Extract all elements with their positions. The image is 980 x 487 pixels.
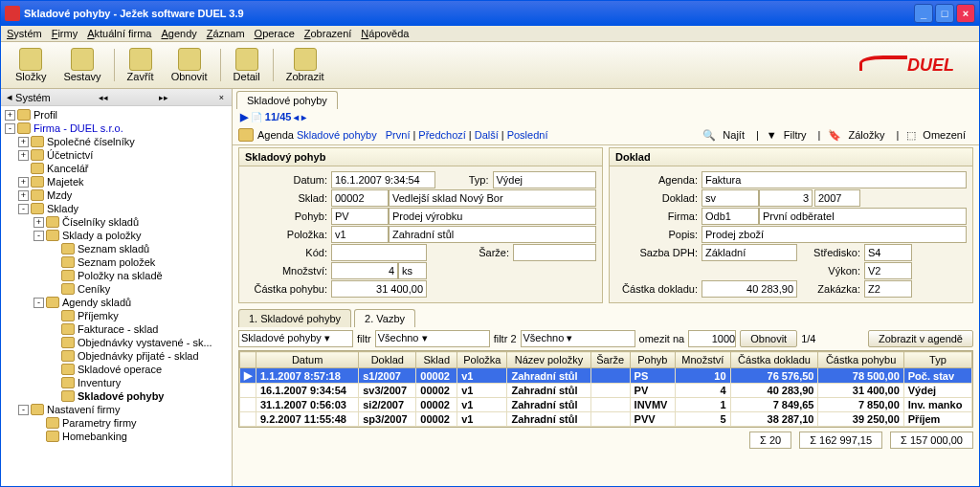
col-header[interactable]: Částka pohybu bbox=[818, 352, 903, 368]
firma-name[interactable]: První odběratel bbox=[759, 208, 967, 225]
subtab-1[interactable]: 1. Skladové pohyby bbox=[238, 309, 351, 327]
limit-button[interactable]: ⬚ Omezení bbox=[902, 129, 973, 142]
mnozstvi-field[interactable]: 4 bbox=[331, 262, 398, 279]
nav-last[interactable]: Poslední bbox=[507, 129, 548, 141]
tree-item[interactable]: Objednávky vystavené - sk... bbox=[3, 336, 230, 349]
col-header[interactable]: Položka bbox=[457, 352, 507, 368]
table-row[interactable]: 9.2.2007 11:55:48sp3/200700002v1Zahradní… bbox=[240, 412, 972, 427]
tree-item[interactable]: +Profil bbox=[3, 108, 230, 122]
menu-firmy[interactable]: Firmy bbox=[52, 28, 78, 39]
tree-item[interactable]: Příjemky bbox=[3, 309, 230, 322]
tree-item[interactable]: -Sklady a položky bbox=[3, 229, 230, 242]
tbtn-detail[interactable]: Detail bbox=[225, 45, 269, 85]
tree-item[interactable]: Inventury bbox=[3, 376, 230, 389]
dd-filter1[interactable]: Všechno ▾ bbox=[375, 330, 490, 347]
filters-button[interactable]: ▼ Filtry bbox=[763, 129, 814, 142]
table-row[interactable]: ▶1.1.2007 8:57:18s1/200700002v1Zahradní … bbox=[240, 368, 972, 384]
col-header[interactable]: Typ bbox=[903, 352, 971, 368]
tree-item[interactable]: +Společné číselníky bbox=[3, 135, 230, 148]
menu-zobrazení[interactable]: Zobrazení bbox=[304, 28, 352, 39]
tbtn-složky[interactable]: Složky bbox=[7, 45, 55, 85]
zakazka-field[interactable]: Z2 bbox=[864, 280, 912, 298]
agenda-field[interactable]: Faktura bbox=[702, 171, 967, 188]
bookmarks-button[interactable]: 🔖 Záložky bbox=[824, 129, 892, 142]
tbtn-sestavy[interactable]: Sestavy bbox=[55, 45, 109, 85]
subtab-2[interactable]: 2. Vazby bbox=[354, 309, 415, 327]
tbtn-obnovit[interactable]: Obnovit bbox=[163, 45, 216, 85]
sklad-code[interactable]: 00002 bbox=[331, 189, 389, 207]
col-header[interactable]: Doklad bbox=[359, 352, 416, 368]
col-header[interactable]: Datum bbox=[256, 352, 359, 368]
tbtn-zavřít[interactable]: Zavřít bbox=[119, 45, 163, 85]
tree-item[interactable]: +Majetek bbox=[3, 175, 230, 188]
castka-dokladu-field[interactable]: 40 283,90 bbox=[702, 280, 797, 298]
table-row[interactable]: 16.1.2007 9:34:54sv3/200700002v1Zahradní… bbox=[240, 384, 972, 398]
col-header[interactable]: Množství bbox=[676, 352, 730, 368]
polozka-code[interactable]: v1 bbox=[331, 226, 389, 243]
sazba-field[interactable]: Základní bbox=[702, 244, 797, 261]
tree-item[interactable]: -Nastavení firmy bbox=[3, 403, 230, 416]
dd-filter2[interactable]: Všechno ▾ bbox=[521, 330, 635, 347]
tree-item[interactable]: -Agendy skladů bbox=[3, 296, 230, 309]
dd-agenda[interactable]: Skladové pohyby ▾ bbox=[238, 330, 353, 347]
stredisko-field[interactable]: S4 bbox=[864, 244, 912, 261]
menu-nápověda[interactable]: Nápověda bbox=[361, 28, 409, 39]
tree-item[interactable]: Objednávky přijaté - sklad bbox=[3, 349, 230, 363]
tree-item[interactable]: -Sklady bbox=[3, 202, 230, 215]
close-panel[interactable]: × bbox=[217, 93, 226, 102]
limit-input[interactable] bbox=[688, 330, 736, 347]
firma-code[interactable]: Odb1 bbox=[702, 208, 759, 225]
tbtn-zobrazit[interactable]: Zobrazit bbox=[278, 45, 333, 85]
popis-field[interactable]: Prodej zboží bbox=[702, 226, 967, 243]
typ-field[interactable]: Výdej bbox=[493, 171, 597, 188]
tree-item[interactable]: Parametry firmy bbox=[3, 416, 230, 430]
col-header[interactable]: Pohyb bbox=[630, 352, 676, 368]
col-header[interactable]: Název položky bbox=[507, 352, 590, 368]
table-row[interactable]: 31.1.2007 0:56:03si2/200700002v1Zahradní… bbox=[240, 398, 972, 412]
tree-item[interactable]: Homebanking bbox=[3, 430, 230, 443]
menu-agendy[interactable]: Agendy bbox=[161, 28, 196, 39]
col-header[interactable]: Sklad bbox=[416, 352, 457, 368]
find-button[interactable]: 🔍 Najít bbox=[699, 129, 752, 142]
min-button[interactable]: _ bbox=[914, 4, 933, 23]
nav-prev[interactable]: Předchozí bbox=[418, 129, 466, 141]
tab-skladove-pohyby[interactable]: Skladové pohyby bbox=[236, 91, 338, 109]
tree-item[interactable]: Seznam skladů bbox=[3, 242, 230, 255]
nav-first[interactable]: První bbox=[386, 129, 411, 141]
col-header[interactable]: Částka dokladu bbox=[730, 352, 818, 368]
nav-next[interactable]: Další bbox=[475, 129, 499, 141]
doklad-num[interactable]: 3 bbox=[759, 189, 813, 207]
show-in-agenda-button[interactable]: Zobrazit v agendě bbox=[868, 330, 973, 347]
vykon-field[interactable]: V2 bbox=[864, 262, 912, 279]
tree-item[interactable]: Ceníky bbox=[3, 282, 230, 296]
menu-systém[interactable]: Systém bbox=[7, 28, 42, 39]
sarze-field[interactable] bbox=[513, 244, 596, 261]
col-header[interactable]: Šarže bbox=[590, 352, 630, 368]
tree-item[interactable]: Skladové operace bbox=[3, 363, 230, 376]
tree-item[interactable]: Kancelář bbox=[3, 162, 230, 175]
tree-item[interactable]: Fakturace - sklad bbox=[3, 322, 230, 336]
doklad-year[interactable]: 2007 bbox=[814, 189, 860, 207]
tree-item[interactable]: +Mzdy bbox=[3, 188, 230, 202]
polozka-name[interactable]: Zahradní stůl bbox=[389, 226, 596, 243]
pohyb-name[interactable]: Prodej výrobku bbox=[389, 208, 596, 225]
tree-item[interactable]: Seznam položek bbox=[3, 255, 230, 269]
menu-operace[interactable]: Operace bbox=[255, 28, 295, 39]
agenda-link[interactable]: Skladové pohyby bbox=[297, 129, 377, 141]
tree-item[interactable]: +Účetnictví bbox=[3, 148, 230, 162]
refresh-button[interactable]: Obnovit bbox=[740, 330, 797, 347]
menu-záznam[interactable]: Záznam bbox=[207, 28, 245, 39]
jednotka-field[interactable]: ks bbox=[398, 262, 427, 279]
close-button[interactable]: × bbox=[956, 4, 975, 23]
pohyb-code[interactable]: PV bbox=[331, 208, 389, 225]
next-btn[interactable]: ▸▸ bbox=[157, 93, 170, 102]
sklad-name[interactable]: Vedlejší sklad Nový Bor bbox=[389, 189, 596, 207]
tree-item[interactable]: Skladové pohyby bbox=[3, 389, 230, 403]
tree-item[interactable]: +Číselníky skladů bbox=[3, 215, 230, 229]
tree-item[interactable]: Položky na skladě bbox=[3, 269, 230, 282]
datum-field[interactable]: 16.1.2007 9:34:54 bbox=[331, 171, 435, 188]
kod-field[interactable] bbox=[331, 244, 427, 261]
castka-pohybu-field[interactable]: 31 400,00 bbox=[331, 280, 427, 298]
max-button[interactable]: □ bbox=[935, 4, 954, 23]
menu-aktuální firma[interactable]: Aktuální firma bbox=[87, 28, 151, 39]
